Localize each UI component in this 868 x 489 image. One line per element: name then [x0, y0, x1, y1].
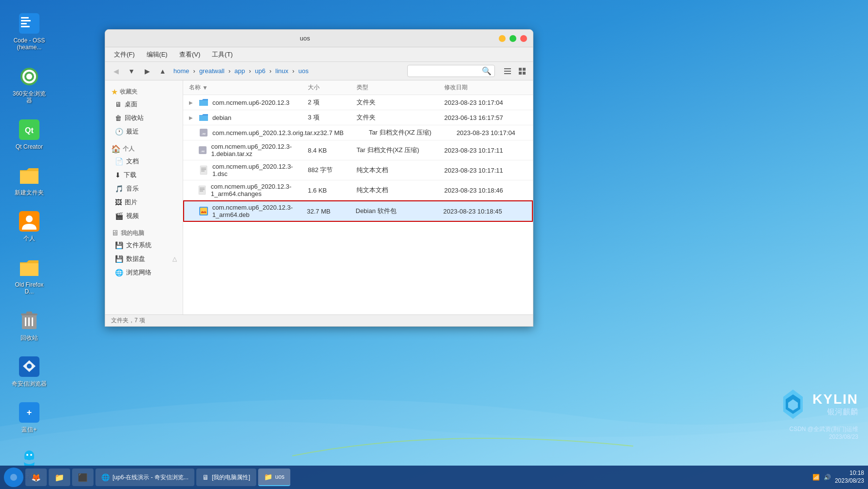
recent-sidebar-icon: 🕐 [115, 128, 123, 136]
breadcrumb-sep-2: › [249, 67, 251, 75]
taskbar-time: 10:18 [835, 469, 864, 477]
bookmarks-section-header: 收藏夹 [120, 88, 137, 96]
desktop-icon-qt-creator[interactable]: Qt Qt Creator [10, 116, 49, 152]
menu-view[interactable]: 查看(V) [174, 48, 205, 61]
breadcrumb-uos[interactable]: uos [296, 66, 310, 76]
sidebar-item-desktop[interactable]: 🖥 桌面 [105, 98, 183, 111]
col-header-size[interactable]: 大小 [308, 83, 357, 92]
nav-down-button[interactable]: ▼ [125, 64, 138, 78]
view-buttons [501, 64, 529, 78]
date-watermark: 2023/08/23 [778, 433, 858, 440]
col-header-date[interactable]: 修改日期 [444, 83, 527, 92]
up-button[interactable]: ▲ [156, 64, 170, 78]
breadcrumb-sep-3: › [269, 67, 271, 75]
breadcrumb-sep-0: › [193, 67, 195, 75]
sidebar-item-pictures[interactable]: 🖼 图片 [105, 196, 183, 209]
grid-view-button[interactable] [515, 64, 529, 78]
taskbar-item-browser[interactable]: 🌐 [up6-在线演示 - 奇安信浏览... [95, 469, 194, 486]
list-view-button[interactable] [501, 64, 514, 78]
file-name-1: debian [212, 114, 231, 121]
search-input[interactable] [411, 68, 480, 75]
taskbar-right-area: 📶 🔊 10:18 2023/08/23 [812, 469, 864, 485]
sidebar-item-trash[interactable]: 🗑 回收站 [105, 111, 183, 125]
breadcrumb-greatwall[interactable]: greatwall [197, 66, 226, 76]
table-row[interactable]: ▶ com.ncmem.up6-2020.12.3 2 项 文件夹 2023-0… [183, 95, 533, 110]
svg-text:deb: deb [201, 211, 206, 214]
back-button[interactable]: ◀ [109, 64, 123, 78]
desktop-icon-old-firefox[interactable]: Old Firefox D... [10, 254, 49, 297]
taskbar-terminal-icon[interactable]: ⬛ [72, 469, 94, 486]
downloads-sidebar-icon: ⬇ [115, 171, 121, 179]
sidebar-item-network[interactable]: 🌐 浏览网络 [105, 266, 183, 279]
col-header-type[interactable]: 类型 [357, 83, 444, 92]
minimize-button[interactable]: － [499, 35, 506, 42]
file-type-3: Tar 归档文件(XZ 压缩) [357, 146, 444, 155]
qianxin-label: 奇安信浏览器 [12, 380, 47, 387]
svg-rect-42 [504, 73, 511, 74]
menu-file[interactable]: 文件(F) [109, 48, 140, 61]
file-type-5: 纯文本文档 [357, 186, 444, 195]
file-size-6: 32.7 MB [307, 208, 356, 215]
code-oss-icon [18, 12, 41, 35]
desktop-sidebar-icon: 🖥 [115, 100, 122, 108]
sidebar-item-filesystem[interactable]: 💾 文件系统 [105, 238, 183, 252]
breadcrumb-sep-1: › [228, 67, 230, 75]
taskbar-file-manager-icon[interactable]: 📁 [49, 469, 70, 486]
new-folder-label: 新建文件夹 [15, 189, 44, 196]
file-manager-window: uos － □ ✕ 文件(F) 编辑(E) 查看(V) 工具(T) ◀ ▼ ▶ … [105, 29, 533, 327]
search-icon: 🔍 [482, 66, 491, 76]
sidebar-item-documents[interactable]: 📄 文档 [105, 155, 183, 168]
breadcrumb-linux[interactable]: linux [273, 66, 290, 76]
file-name-cell-0: ▶ com.ncmem.up6-2020.12.3 [189, 98, 308, 107]
file-name-5: com.ncmem.up6_2020.12.3-1_arm64.changes [211, 183, 308, 197]
svg-point-8 [26, 74, 32, 79]
desktop-icon-area: Code - OSS (heame... 360安全浏览器 Qt Qt C [10, 10, 49, 489]
datadisc-eject-icon[interactable]: △ [172, 255, 177, 262]
col-header-name[interactable]: 名称 ▼ [189, 83, 308, 92]
maximize-button[interactable]: □ [509, 35, 516, 42]
breadcrumb-up6[interactable]: up6 [253, 66, 267, 76]
desktop-icon-personal[interactable]: 个人 [10, 208, 49, 244]
svg-rect-43 [519, 68, 522, 71]
menu-edit[interactable]: 编辑(E) [142, 48, 172, 61]
sidebar-item-datadisc[interactable]: 💾 数据盘 △ [105, 252, 183, 266]
menu-tools[interactable]: 工具(T) [207, 48, 238, 61]
table-row[interactable]: ▶ .xz com.ncmem.up6_2020.12.3.orig.tar.x… [183, 125, 533, 140]
taskbar-item-uos[interactable]: 📁 uos [258, 469, 290, 486]
breadcrumb-app[interactable]: app [232, 66, 247, 76]
table-row[interactable]: ▶ .xz com.ncmem.up6_2020.12.3-1.debian.t… [183, 140, 533, 160]
desktop-icon-trash[interactable]: 回收站 [10, 307, 49, 343]
table-row[interactable]: ▶ deb com.ncmem.up6_2020.12.3-1_arm64.de… [183, 200, 533, 222]
taskbar-browser-icon[interactable]: 🦊 [25, 469, 47, 486]
forward-button[interactable]: ▶ [140, 64, 154, 78]
sidebar-item-downloads[interactable]: ⬇ 下载 [105, 168, 183, 182]
personal-section-header: 个人 [123, 145, 134, 153]
expand-arrow-1[interactable]: ▶ [189, 115, 195, 120]
sidebar-item-music[interactable]: 🎵 音乐 [105, 182, 183, 196]
desktop-icon-code-oss[interactable]: Code - OSS (heame... [10, 10, 49, 53]
desktop-icon-lanxin[interactable]: + 蓝信+ [10, 399, 49, 435]
sidebar-item-videos[interactable]: 🎬 视频 [105, 209, 183, 223]
expand-arrow-0[interactable]: ▶ [189, 100, 195, 105]
file-name-cell-4: ▶ com.ncmem.up6_2020.12.3-1.dsc [189, 163, 308, 177]
breadcrumb-home[interactable]: home [171, 66, 191, 76]
taskbar-start-button[interactable] [4, 468, 23, 487]
svg-point-12 [26, 215, 33, 222]
text-icon-4 [199, 165, 208, 175]
taskbar-item-mycomputer[interactable]: 🖥 [我的电脑属性] [196, 469, 256, 486]
svg-rect-18 [32, 317, 33, 326]
desktop-icon-qianxin[interactable]: 奇安信浏览器 [10, 353, 49, 389]
table-row[interactable]: ▶ debian 3 项 文件夹 2023-06-13 16:17:57 [183, 110, 533, 125]
table-row[interactable]: ▶ com.ncmem.up6_2020.12.3-1_arm64.change… [183, 180, 533, 200]
sidebar-videos-label: 视频 [126, 212, 139, 220]
table-row[interactable]: ▶ com.ncmem.up6_2020.12.3-1.dsc 882 字节 纯… [183, 160, 533, 180]
qt-creator-label: Qt Creator [16, 143, 43, 150]
svg-rect-56 [200, 188, 205, 189]
desktop-icon-new-folder[interactable]: 新建文件夹 [10, 162, 49, 198]
sidebar-item-recent[interactable]: 🕐 最近 [105, 125, 183, 138]
toolbar: ◀ ▼ ▶ ▲ home › greatwall › app › up6 › l… [105, 62, 533, 80]
close-button[interactable]: ✕ [520, 35, 527, 42]
desktop-icon-360browser[interactable]: 360安全浏览器 [10, 63, 49, 106]
sidebar-filesystem-label: 文件系统 [126, 241, 151, 250]
taskbar-network-icon: 📶 [812, 474, 820, 481]
